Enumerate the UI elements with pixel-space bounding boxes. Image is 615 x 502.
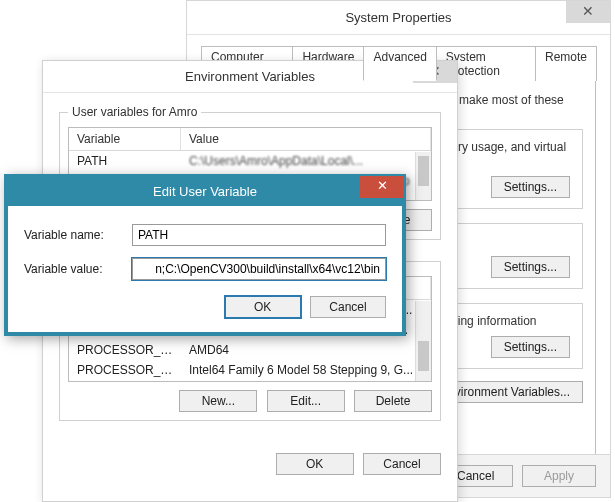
user-variables-legend: User variables for Amro	[68, 105, 201, 119]
performance-settings-button[interactable]: Settings...	[491, 176, 570, 198]
scrollbar-thumb[interactable]	[418, 341, 429, 371]
cell-name: PATH	[69, 151, 181, 171]
variable-value-label: Variable value:	[24, 262, 132, 276]
scrollbar[interactable]	[415, 301, 431, 381]
apply-button[interactable]: Apply	[522, 465, 596, 487]
table-row[interactable]: PROCESSOR_ID... Intel64 Family 6 Model 5…	[69, 360, 431, 380]
variable-name-label: Variable name:	[24, 228, 132, 242]
system-properties-titlebar: System Properties ✕	[187, 1, 610, 35]
user-profiles-settings-button[interactable]: Settings...	[491, 256, 570, 278]
list-header: Variable Value	[69, 128, 431, 151]
close-icon[interactable]: ✕	[360, 176, 404, 198]
system-new-button[interactable]: New...	[179, 390, 257, 412]
cell-value: AMD64	[181, 340, 431, 360]
scrollbar[interactable]	[415, 152, 431, 200]
cell-value: C:\Users\Amro\AppData\Local\...	[181, 151, 431, 171]
system-properties-title: System Properties	[187, 1, 610, 34]
system-delete-button[interactable]: Delete	[354, 390, 432, 412]
ok-button[interactable]: OK	[225, 296, 301, 318]
table-row[interactable]: PATH C:\Users\Amro\AppData\Local\...	[69, 151, 431, 171]
variable-name-input[interactable]	[132, 224, 386, 246]
edit-user-variable-titlebar: Edit User Variable ✕	[8, 178, 402, 206]
edit-user-variable-dialog: Edit User Variable ✕ Variable name: Vari…	[4, 174, 406, 336]
cell-name: PROCESSOR_ID...	[69, 360, 181, 380]
close-icon[interactable]: ✕	[566, 1, 610, 23]
cancel-button[interactable]: Cancel	[310, 296, 386, 318]
scrollbar-thumb[interactable]	[418, 156, 429, 186]
col-value[interactable]: Value	[181, 128, 431, 150]
table-row[interactable]: PROCESSOR_A... AMD64	[69, 340, 431, 360]
edit-user-variable-body: Variable name: Variable value: OK Cancel	[8, 206, 402, 332]
cancel-button[interactable]: Cancel	[363, 453, 441, 475]
cell-name: PROCESSOR_A...	[69, 340, 181, 360]
cell-value: Intel64 Family 6 Model 58 Stepping 9, G.…	[181, 360, 431, 380]
system-edit-button[interactable]: Edit...	[267, 390, 345, 412]
tab-advanced[interactable]: Advanced	[363, 46, 436, 81]
tab-remote[interactable]: Remote	[535, 46, 597, 81]
edit-user-variable-title: Edit User Variable	[8, 178, 402, 206]
environment-variables-bottombar: OK Cancel	[43, 447, 457, 487]
startup-settings-button[interactable]: Settings...	[491, 336, 570, 358]
variable-value-input[interactable]	[132, 258, 386, 280]
ok-button[interactable]: OK	[276, 453, 354, 475]
col-variable[interactable]: Variable	[69, 128, 181, 150]
